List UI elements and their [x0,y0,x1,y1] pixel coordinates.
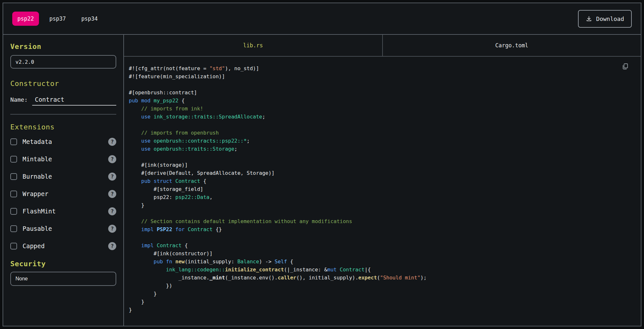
burnable-help-icon[interactable]: ? [108,173,116,181]
contract-wizard-app: psp22 psp37 psp34 Download Version v2.2.… [3,3,641,326]
pausable-checkbox[interactable] [10,225,17,232]
pausable-help-icon[interactable]: ? [108,225,116,233]
flashmint-help-icon[interactable]: ? [108,207,116,215]
capped-help-icon[interactable]: ? [108,242,116,250]
version-select[interactable]: v2.2.0 [10,55,116,69]
code-content: #![cfg_attr(not(feature = "std"), no_std… [124,57,641,314]
extensions-list: Metadata ? Mintable ? Burnable ? Wrapper… [10,133,116,255]
copy-code-button[interactable] [621,62,629,71]
extension-row-mintable[interactable]: Mintable ? [10,150,116,168]
protocol-tabs: psp22 psp37 psp34 [12,12,103,26]
tab-psp34[interactable]: psp34 [76,12,103,26]
metadata-checkbox[interactable] [10,138,17,145]
version-select-value: v2.2.0 [15,59,34,65]
security-heading: Security [10,260,116,268]
wrapper-help-icon[interactable]: ? [108,190,116,198]
download-icon [586,15,592,22]
contract-name-input[interactable] [32,96,116,106]
version-heading: Version [10,42,116,51]
code-editor: lib.rs Cargo.toml #![cfg_attr(not(featur… [124,35,641,326]
mintable-help-icon[interactable]: ? [108,155,116,163]
extension-row-burnable[interactable]: Burnable ? [10,168,116,185]
tab-cargotoml[interactable]: Cargo.toml [382,35,641,56]
flashmint-checkbox[interactable] [10,208,17,215]
sidebar-divider [10,114,116,115]
file-tabs: lib.rs Cargo.toml [124,35,641,57]
security-select-value: None [15,276,28,282]
name-label: Name: [10,96,28,103]
burnable-checkbox[interactable] [10,173,17,180]
code-panel: #![cfg_attr(not(feature = "std"), no_std… [124,57,641,326]
tab-psp22[interactable]: psp22 [12,12,39,26]
tab-psp37[interactable]: psp37 [44,12,71,26]
download-button[interactable]: Download [578,10,632,28]
extension-row-flashmint[interactable]: FlashMint ? [10,202,116,220]
mintable-checkbox[interactable] [10,156,17,163]
security-select[interactable]: None [10,272,116,286]
extensions-heading: Extensions [10,123,116,131]
top-bar: psp22 psp37 psp34 Download [3,3,641,35]
extension-row-pausable[interactable]: Pausable ? [10,220,116,237]
tab-librs[interactable]: lib.rs [124,35,382,56]
copy-icon [621,66,629,71]
extension-row-capped[interactable]: Capped ? [10,237,116,255]
capped-checkbox[interactable] [10,243,17,249]
extension-row-wrapper[interactable]: Wrapper ? [10,185,116,202]
extension-row-metadata[interactable]: Metadata ? [10,133,116,150]
metadata-help-icon[interactable]: ? [108,138,116,146]
constructor-name-row: Name: [10,96,116,106]
download-label: Download [596,15,624,22]
settings-sidebar: Version v2.2.0 Constructor Name: Extensi… [3,35,124,326]
wrapper-checkbox[interactable] [10,191,17,197]
constructor-heading: Constructor [10,80,116,88]
